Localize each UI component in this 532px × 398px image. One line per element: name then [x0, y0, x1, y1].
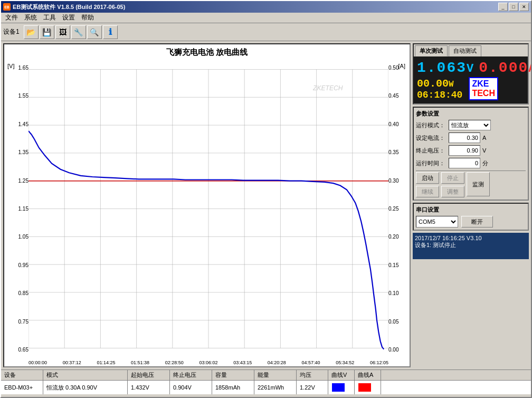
cell-curve-a: [355, 381, 381, 394]
tab-single[interactable]: 单次测试: [415, 45, 448, 56]
serial-port-select[interactable]: COM5 COM1 COM2 COM3 COM4 COM6: [416, 216, 458, 228]
open-button[interactable]: 📂: [24, 25, 39, 39]
runtime-time: 06:18:40: [417, 90, 462, 100]
mode-select[interactable]: 恒流放 恒功放 恒压放: [449, 120, 491, 130]
chart-svg: ZKETECH: [28, 65, 388, 353]
col-device: 设备: [1, 370, 43, 380]
log-message: 设备1: 测试停止: [415, 241, 527, 249]
cell-energy: 2261mWh: [254, 381, 297, 394]
time-row: 运行时间： 分: [416, 158, 526, 168]
search-button[interactable]: 🔍: [87, 25, 102, 39]
cell-capacity: 1858mAh: [212, 381, 254, 394]
mode-label: 运行模式：: [416, 121, 446, 129]
y-left-axis: 1.65 1.55 1.45 1.35 1.25 1.15 1.05 0.95 …: [5, 65, 28, 353]
zke-logo: ZKE TECH: [469, 77, 498, 100]
mode-row: 运行模式： 恒流放 恒功放 恒压放: [416, 120, 526, 130]
cell-device: EBD-M03+: [1, 381, 43, 394]
voltage-input[interactable]: [449, 145, 480, 156]
menu-help[interactable]: 帮助: [78, 12, 97, 23]
cell-start-v: 1.432V: [128, 381, 170, 394]
voltage-unit: V: [482, 147, 486, 154]
panel-tabs: 单次测试 自动测试: [414, 44, 528, 56]
device-label: 设备1: [3, 27, 20, 36]
params-panel: 参数设置 运行模式： 恒流放 恒功放 恒压放 设定电流： A: [413, 107, 529, 201]
image-button[interactable]: 🖼: [55, 25, 70, 39]
info-button[interactable]: ℹ: [103, 25, 118, 39]
tab-auto[interactable]: 自动测试: [449, 45, 481, 56]
monitor-button[interactable]: 监测: [467, 172, 490, 196]
runtime-row2: 00.00W 06:18:40 ZKE TECH: [417, 77, 525, 100]
menu-system[interactable]: 系统: [21, 12, 40, 23]
log-panel: 2017/12/7 16:16:25 V3.10 设备1: 测试停止: [413, 233, 529, 259]
svg-text:ZKETECH: ZKETECH: [312, 84, 343, 92]
toolbar: 设备1 📂 💾 🖼 🔧 🔍 ℹ: [1, 23, 531, 41]
cell-curve-v: [328, 381, 355, 394]
y-right-axis: 0.50 0.45 0.40 0.35 0.30 0.25 0.20 0.15 …: [388, 65, 408, 353]
voltage-row: 终止电压： V: [416, 145, 526, 156]
chart-area: [V] [A] 1.65 1.55 1.45 1.35 1.25 1.15 1.…: [4, 59, 410, 366]
cell-end-v: 0.904V: [170, 381, 212, 394]
time-unit: 分: [482, 159, 488, 167]
adjust-button[interactable]: 调整: [441, 186, 464, 197]
col-curve-v: 曲线V: [328, 370, 355, 380]
current-row: 设定电流： A: [416, 132, 526, 143]
app-icon: EB: [3, 3, 11, 11]
start-button[interactable]: 启动: [416, 172, 439, 184]
x-axis: 00:00:00 00:37:12 01:14:25 01:51:38 02:2…: [28, 360, 388, 365]
window-title: EB测试系统软件 V1.8.5 (Build 2017-06-05): [13, 3, 125, 11]
runtime-row1: 1.063V 0.000A: [417, 60, 525, 76]
col-start-v: 起始电压: [128, 370, 170, 380]
chart-panel: 飞狮充电电池 放电曲线 [V] [A] 1.65 1.55 1.45 1.35 …: [3, 43, 411, 367]
controls-area: 启动 停止 继续 调整 监测: [416, 172, 526, 197]
current-input[interactable]: [449, 132, 480, 143]
chart-title: 飞狮充电电池 放电曲线: [4, 44, 410, 59]
voltage-label: 终止电压：: [416, 147, 446, 155]
disconnect-button[interactable]: 断开: [461, 216, 493, 228]
runtime-current: 0.000A: [479, 60, 531, 76]
divider: [416, 170, 526, 171]
runtime-panel: 单次测试 自动测试 1.063V 0.000A: [413, 43, 529, 105]
content-area: 飞狮充电电池 放电曲线 [V] [A] 1.65 1.55 1.45 1.35 …: [1, 41, 531, 369]
runtime-data: 1.063V 0.000A 00.00W 06:18:40: [414, 56, 528, 103]
minimize-button[interactable]: _: [498, 3, 508, 11]
title-bar-buttons: _ □ ✕: [498, 3, 529, 11]
title-bar: EB EB测试系统软件 V1.8.5 (Build 2017-06-05) _ …: [1, 1, 531, 13]
stop-button[interactable]: 停止: [441, 172, 464, 184]
current-label: 设定电流：: [416, 134, 446, 142]
table-header: 设备 模式 起始电压 终止电压 容量 能量 均压 曲线V 曲线A: [1, 370, 531, 381]
continue-button[interactable]: 继续: [416, 186, 439, 197]
bottom-table: 设备 模式 起始电压 终止电压 容量 能量 均压 曲线V 曲线A EBD-M03…: [1, 369, 531, 397]
cell-avg-v: 1.22V: [297, 381, 328, 394]
main-window: EB EB测试系统软件 V1.8.5 (Build 2017-06-05) _ …: [0, 0, 532, 398]
runtime-power: 00.00W: [417, 78, 462, 90]
wrench-button[interactable]: 🔧: [71, 25, 86, 39]
log-timestamp: 2017/12/7 16:16:25 V3.10: [415, 235, 527, 241]
cell-mode: 恒流放 0.30A 0.90V: [43, 381, 128, 394]
close-button[interactable]: ✕: [519, 3, 529, 11]
table-data-row: EBD-M03+ 恒流放 0.30A 0.90V 1.432V 0.904V 1…: [1, 381, 531, 394]
col-curve-a: 曲线A: [355, 370, 381, 380]
time-label: 运行时间：: [416, 159, 446, 167]
curve-v-color-box: [332, 383, 345, 392]
menu-bar: 文件 系统 工具 设置 帮助: [1, 13, 531, 23]
menu-tools[interactable]: 工具: [40, 12, 59, 23]
col-end-v: 终止电压: [170, 370, 212, 380]
col-avg-v: 均压: [297, 370, 328, 380]
title-bar-left: EB EB测试系统软件 V1.8.5 (Build 2017-06-05): [3, 3, 125, 11]
menu-settings[interactable]: 设置: [59, 12, 78, 23]
right-panel: 单次测试 自动测试 1.063V 0.000A: [413, 43, 529, 367]
menu-file[interactable]: 文件: [2, 12, 21, 23]
curve-a-color-box: [358, 383, 371, 392]
col-energy: 能量: [254, 370, 297, 380]
serial-title: 串口设置: [416, 206, 526, 214]
params-title: 参数设置: [416, 110, 526, 118]
col-mode: 模式: [43, 370, 128, 380]
runtime-voltage: 1.063V: [417, 60, 474, 76]
save-button[interactable]: 💾: [40, 25, 54, 39]
restore-button[interactable]: □: [509, 3, 518, 11]
serial-row: COM5 COM1 COM2 COM3 COM4 COM6 断开: [416, 216, 526, 228]
time-input[interactable]: [449, 158, 480, 168]
serial-panel: 串口设置 COM5 COM1 COM2 COM3 COM4 COM6 断开: [413, 203, 529, 231]
col-capacity: 容量: [212, 370, 254, 380]
current-unit: A: [482, 135, 486, 141]
